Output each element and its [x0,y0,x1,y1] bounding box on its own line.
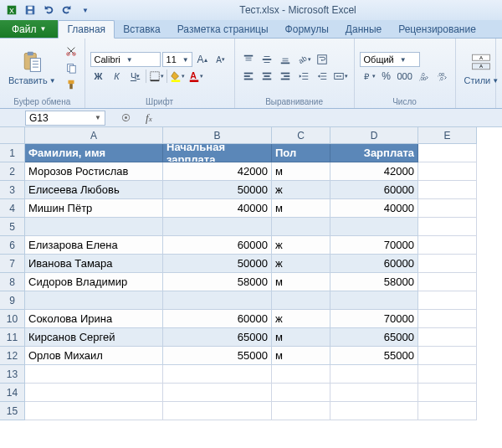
cell-7-D[interactable]: 60000 [330,255,418,273]
cell-14-E[interactable] [418,384,477,402]
merge-center-icon[interactable]: ▾ [332,69,349,84]
name-box[interactable]: G13▼ [25,111,105,126]
row-header-7[interactable]: 7 [0,255,25,273]
cell-4-D[interactable]: 40000 [330,199,418,218]
cell-10-C[interactable]: ж [272,310,330,328]
tab-data[interactable]: Данные [337,20,390,38]
cell-14-B[interactable] [163,384,272,402]
cell-13-B[interactable] [163,365,272,384]
cell-12-D[interactable]: 55000 [330,347,418,365]
cell-11-A[interactable]: Кирсанов Сергей [25,328,163,347]
cell-6-B[interactable]: 60000 [163,236,272,255]
increase-decimal-icon[interactable]: ,0,00 [415,69,432,84]
font-name-combo[interactable]: Calibri▼ [90,52,161,67]
cell-13-A[interactable] [25,365,163,384]
cell-11-E[interactable] [418,328,477,347]
row-header-11[interactable]: 11 [0,328,25,347]
cell-3-A[interactable]: Елисеева Любовь [25,181,163,199]
cell-1-B[interactable]: Начальная зарплата [163,144,272,162]
underline-icon[interactable]: Ч▾ [127,69,144,84]
cell-9-B[interactable] [163,291,272,310]
fill-color-icon[interactable]: ▾ [169,69,186,84]
cell-13-D[interactable] [330,365,418,384]
cell-15-E[interactable] [418,402,477,420]
row-header-10[interactable]: 10 [0,310,25,328]
cell-13-E[interactable] [418,365,477,384]
cell-2-A[interactable]: Морозов Ростислав [25,162,163,181]
cell-4-C[interactable]: м [272,199,330,218]
align-left-icon[interactable] [240,69,257,84]
number-format-combo[interactable]: Общий▼ [360,52,420,67]
cell-11-D[interactable]: 65000 [330,328,418,347]
cell-5-E[interactable] [418,218,477,236]
col-header-E[interactable]: E [418,127,477,144]
cell-2-B[interactable]: 42000 [163,162,272,181]
cell-5-D[interactable] [330,218,418,236]
tab-file[interactable]: Файл▼ [0,20,58,38]
col-header-C[interactable]: C [272,127,330,144]
cell-14-D[interactable] [330,384,418,402]
cell-9-E[interactable] [418,291,477,310]
col-header-A[interactable]: A [25,127,163,144]
fx-icon[interactable]: fx [146,111,152,125]
cell-9-D[interactable] [330,291,418,310]
font-color-icon[interactable]: A▾ [187,69,204,84]
cell-6-C[interactable]: ж [272,236,330,255]
row-header-1[interactable]: 1 [0,144,25,162]
cell-8-A[interactable]: Сидоров Владимир [25,273,163,291]
cell-3-C[interactable]: ж [272,181,330,199]
cell-9-A[interactable] [25,291,163,310]
cell-11-B[interactable]: 65000 [163,328,272,347]
cell-15-B[interactable] [163,402,272,420]
align-top-icon[interactable] [240,52,257,67]
cell-1-E[interactable] [418,144,477,162]
cell-8-E[interactable] [418,273,477,291]
cell-8-D[interactable]: 58000 [330,273,418,291]
col-header-B[interactable]: B [163,127,272,144]
row-header-15[interactable]: 15 [0,402,25,420]
shrink-font-icon[interactable]: A▾ [213,52,229,67]
undo-icon[interactable] [40,3,57,18]
cell-10-A[interactable]: Соколова Ирина [25,310,163,328]
comma-format-icon[interactable]: 000 [397,69,413,84]
copy-icon[interactable] [63,60,79,75]
cell-15-C[interactable] [272,402,330,420]
namebox-fn-icon[interactable]: ⦿ [121,113,131,123]
qat-customize-icon[interactable]: ▼ [77,3,94,18]
tab-formulas[interactable]: Формулы [277,20,337,38]
tab-insert[interactable]: Вставка [115,20,169,38]
decrease-decimal-icon[interactable]: ,00,0 [433,69,450,84]
cell-10-D[interactable]: 70000 [330,310,418,328]
col-header-D[interactable]: D [330,127,418,144]
grow-font-icon[interactable]: A▴ [194,52,211,67]
cell-5-C[interactable] [272,218,330,236]
cell-4-E[interactable] [418,199,477,218]
tab-review[interactable]: Рецензирование [390,20,484,38]
cell-4-A[interactable]: Мишин Пётр [25,199,163,218]
row-header-9[interactable]: 9 [0,291,25,310]
cut-icon[interactable] [63,44,79,59]
row-header-14[interactable]: 14 [0,384,25,402]
cell-8-B[interactable]: 58000 [163,273,272,291]
cell-8-C[interactable]: м [272,273,330,291]
tab-home[interactable]: Главная [58,20,115,39]
cell-1-D[interactable]: Зарплата [330,144,418,162]
row-header-2[interactable]: 2 [0,162,25,181]
select-all-corner[interactable] [0,127,25,144]
italic-icon[interactable]: К [109,69,126,84]
cell-1-A[interactable]: Фамилия, имя [25,144,163,162]
cell-5-B[interactable] [163,218,272,236]
borders-icon[interactable]: ▾ [148,69,165,84]
tab-pagelayout[interactable]: Разметка страницы [169,20,277,38]
cell-14-C[interactable] [272,384,330,402]
cell-14-A[interactable] [25,384,163,402]
cell-7-E[interactable] [418,255,477,273]
accounting-format-icon[interactable]: ₽▾ [360,69,376,84]
cell-15-A[interactable] [25,402,163,420]
cell-6-E[interactable] [418,236,477,255]
cell-12-E[interactable] [418,347,477,365]
save-icon[interactable] [22,3,38,18]
cell-3-B[interactable]: 50000 [163,181,272,199]
row-header-5[interactable]: 5 [0,218,25,236]
redo-icon[interactable] [59,3,75,18]
